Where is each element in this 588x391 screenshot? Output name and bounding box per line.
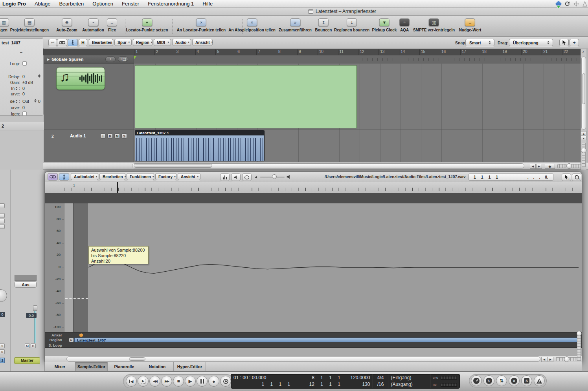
solo-button[interactable]: S: [0, 343, 5, 348]
region-row[interactable]: Region ▶ Latenztest_1#07: [45, 337, 582, 343]
vertical-scroll-thumb[interactable]: [582, 73, 585, 104]
transport-record-button[interactable]: ●: [208, 376, 219, 387]
scroll-up-button[interactable]: ▲: [581, 131, 586, 135]
transport-go-to-begin-button[interactable]: ◀: [126, 376, 137, 387]
volume-knob[interactable]: [272, 174, 277, 179]
scroll-down-button[interactable]: ▼: [581, 136, 586, 140]
menu-factory[interactable]: Factory▾: [155, 173, 176, 180]
anchor-marker-icon[interactable]: [79, 333, 83, 337]
spaces-icon[interactable]: [582, 1, 587, 7]
master-button[interactable]: Master: [14, 357, 40, 364]
menu-midi[interactable]: MIDI▾: [154, 39, 171, 46]
disclosure-triangle-icon[interactable]: ▶: [47, 58, 50, 61]
menu-item-ablage[interactable]: Ablage: [30, 0, 55, 7]
toolbar-item-an-abspielposition-teilen[interactable]: ×An Abspielposition teilen: [228, 18, 276, 32]
track-button-s[interactable]: S: [121, 133, 127, 139]
menu-item-fensteranordnung-1[interactable]: Fensteranordnung 1: [143, 0, 198, 7]
arrange-track-lanes[interactable]: Latenztest_1#07 ○: [134, 64, 581, 162]
menu-audio[interactable]: Audio▾: [172, 39, 191, 46]
menu-ansicht[interactable]: Ansicht▾: [178, 173, 200, 180]
volume-fader-cap[interactable]: [33, 305, 37, 311]
transport-pause-button[interactable]: [197, 376, 208, 387]
checkbox[interactable]: [22, 61, 27, 66]
dim-button[interactable]: D: [31, 343, 36, 348]
catch-playhead-button[interactable]: [59, 173, 69, 181]
tab-pianorolle[interactable]: Pianorolle: [108, 362, 141, 371]
track-name[interactable]: Audio 1: [70, 133, 86, 138]
menu-region[interactable]: Region▾: [133, 39, 153, 46]
audio-region-header[interactable]: Latenztest_1#07 ○: [135, 130, 264, 135]
waveform-overview[interactable]: [45, 193, 582, 203]
scroll-track[interactable]: [66, 356, 540, 362]
drag-popup[interactable]: Überlappung: [509, 39, 553, 46]
vertical-scroll-track[interactable]: [581, 57, 586, 130]
region-play-icon[interactable]: ▶: [69, 338, 74, 342]
tab-notation[interactable]: Notation: [141, 362, 174, 371]
transport-tuner-button[interactable]: [471, 375, 482, 386]
dropbox-icon[interactable]: [555, 0, 562, 7]
catch-playhead-button[interactable]: [68, 39, 78, 46]
scroll-thumb[interactable]: [129, 357, 145, 361]
snap-popup[interactable]: Smart: [465, 39, 494, 46]
transport-autopunch-button[interactable]: ⇅: [496, 375, 507, 386]
lcd-locator-section[interactable]: 8 1 1 1 12 1 1 1: [299, 374, 343, 388]
transport-cycle-button[interactable]: ↻: [483, 375, 494, 386]
scroll-right-button[interactable]: ▶: [548, 357, 553, 362]
zoom-knob[interactable]: [564, 356, 570, 362]
sync-icon[interactable]: [564, 1, 570, 7]
arrange-horizontal-scrollbar[interactable]: ◀ ▶ ◆: [43, 162, 588, 170]
hierarchy-back-button[interactable]: ↩: [48, 39, 57, 46]
waveform-display[interactable]: 100806040200-20-40-60-80-100 Auswahl von…: [45, 203, 582, 332]
pan-knob[interactable]: [0, 289, 7, 302]
scroll-thumb[interactable]: [134, 164, 212, 168]
horizontal-zoom-slider[interactable]: [556, 357, 579, 361]
zoom-tool-button[interactable]: ◆: [545, 164, 555, 169]
menu-item-logic-pro[interactable]: Logic Pro: [0, 0, 30, 7]
track-parameter-header[interactable]: 2: [0, 122, 44, 130]
menu-item-fenster[interactable]: Fenster: [118, 0, 143, 7]
strip-partial-button[interactable]: [0, 203, 5, 208]
toolbar-item-flex[interactable]: ↔Flex: [107, 18, 117, 32]
link-button[interactable]: [48, 173, 58, 181]
arrange-vertical-rail[interactable]: ♪ ▲ ▼: [581, 49, 586, 170]
vertical-zoom-slider[interactable]: [582, 143, 586, 167]
menu-audiodatei[interactable]: Audiodatei▾: [71, 173, 98, 180]
scroll-left-button[interactable]: ◀: [541, 357, 547, 362]
green-region[interactable]: [135, 65, 357, 128]
track-header-audio1[interactable]: 2 Audio 1 IRMS: [44, 130, 134, 162]
pointer-tool-button[interactable]: ▼: [562, 174, 571, 181]
track-icon[interactable]: ♫: [56, 67, 105, 90]
toolbar-item-regionen-bouncen[interactable]: ↧Regionen bouncen: [334, 18, 369, 32]
vertical-zoom-knob[interactable]: [581, 148, 586, 153]
transport-capture-button[interactable]: [220, 376, 231, 387]
track-button-m[interactable]: M: [114, 133, 120, 139]
toolbar-item-an-locator-punkten-teilen[interactable]: ×An Locator-Punkten teilen: [177, 18, 226, 32]
transport-solo-button[interactable]: S: [521, 375, 532, 386]
editor-vertical-zoom-slider[interactable]: [577, 333, 581, 361]
lcd-signature-section[interactable]: 4/4 /16: [373, 374, 388, 388]
link-button[interactable]: [57, 39, 67, 46]
toolbar-item-projekteinstellungen[interactable]: ▤Projekteinstellungen: [10, 18, 49, 32]
tab-sample-editor[interactable]: Sample-Editor: [75, 362, 108, 371]
toolbar-item-auto-zoom[interactable]: ⊕Auto-Zoom: [56, 18, 77, 32]
add-track-button[interactable]: +: [105, 57, 116, 62]
menu-bearbeiten[interactable]: Bearbeiten▾: [89, 39, 113, 46]
checkbox[interactable]: [22, 111, 27, 116]
hand-tool-button[interactable]: ▼: [572, 174, 581, 181]
horizontal-zoom-slider[interactable]: [557, 164, 582, 168]
transport-replace-button[interactable]: ×: [509, 375, 520, 386]
new-track-button[interactable]: +▤: [118, 57, 128, 62]
ruler-tick-strip[interactable]: [134, 55, 581, 64]
level-display-button[interactable]: [220, 174, 230, 181]
track-button-r[interactable]: R: [107, 133, 113, 139]
audio-region[interactable]: Latenztest_1#07 ○: [135, 130, 265, 161]
bar-ruler[interactable]: 12345678910111213141516171819202122: [43, 49, 581, 55]
stepper-icon[interactable]: [34, 99, 37, 102]
region-extent-bar[interactable]: Latenztest_1#07: [74, 338, 577, 342]
menu-bearbeiten[interactable]: Bearbeiten▾: [99, 173, 125, 180]
lcd-position-section[interactable]: 01 : 00 : 00.000 1 1 1 1: [231, 374, 299, 388]
output-aus-button[interactable]: Aus: [15, 281, 37, 288]
transport-forward-button[interactable]: ▶▶: [161, 376, 172, 387]
menu-spur[interactable]: Spur▾: [114, 39, 132, 46]
track-button-i[interactable]: I: [100, 133, 106, 139]
